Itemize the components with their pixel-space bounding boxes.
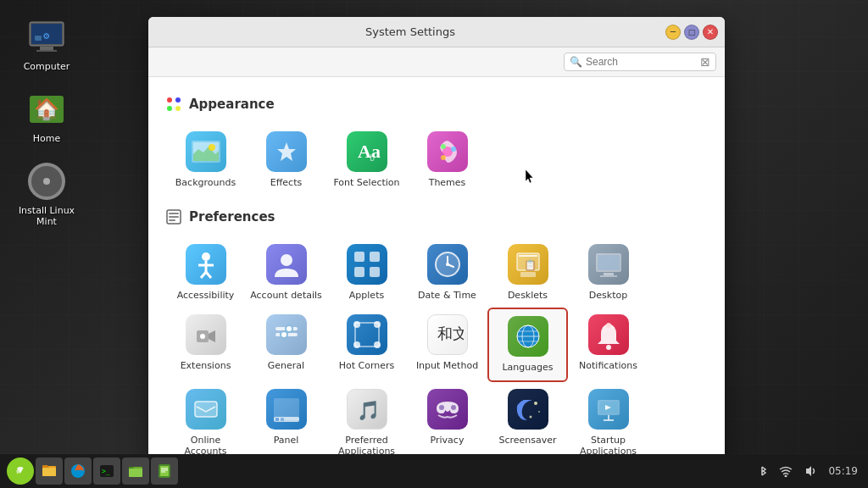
svg-rect-42 [370,252,380,262]
svg-point-72 [353,321,360,328]
setting-applets[interactable]: Applets [326,237,407,308]
svg-text:📋: 📋 [524,258,537,271]
appearance-grid: Backgrounds Effects [165,125,708,195]
close-button[interactable]: ✕ [703,25,718,40]
setting-panel[interactable]: Panel [246,382,326,463]
setting-input-method[interactable]: 和文 Input Method [407,308,487,381]
svg-point-67 [287,326,292,331]
input-method-label: Input Method [416,360,478,371]
svg-point-13 [175,97,181,103]
svg-rect-126 [42,468,56,476]
bluetooth-icon[interactable] [754,463,771,480]
hot-corners-icon [347,314,387,355]
search-input[interactable] [586,56,697,68]
setting-hot-corners[interactable]: Hot Corners [326,308,407,381]
panel-icon [266,389,307,430]
desklets-icon: 📋 [508,244,548,285]
setting-online-accounts[interactable]: Online Accounts [165,382,246,463]
preferences-section-header: Preferences [165,208,708,225]
mint-menu-button[interactable] [7,458,34,485]
search-icon: 🔍 [570,56,582,68]
svg-rect-88 [195,402,217,417]
svg-text:>_: >_ [102,468,110,475]
taskbar-terminal-button[interactable]: >_ [93,458,120,485]
desktop-icon-computer[interactable]: ⚙ Computer [17,17,76,72]
svg-rect-4 [35,36,42,41]
setting-effects[interactable]: Effects [246,125,326,195]
preferences-section-icon [165,208,182,225]
svg-text:和文: 和文 [437,324,464,342]
computer-icon: ⚙ [26,17,67,58]
panel-label: Panel [274,435,299,446]
taskbar-files-button[interactable] [36,458,63,485]
setting-general[interactable]: General [246,308,326,381]
themes-label: Themes [429,177,466,188]
svg-point-62 [200,334,205,339]
svg-point-74 [353,341,360,348]
accessibility-label: Accessibility [177,290,235,301]
svg-rect-57 [598,255,620,270]
screensaver-icon [508,389,548,430]
maximize-button[interactable]: □ [684,25,699,40]
backgrounds-icon [186,131,226,172]
volume-icon[interactable] [801,463,818,480]
setting-screensaver[interactable]: Screensaver [487,382,568,463]
desktop-label: Desktop [589,290,627,301]
desktop-icon-home[interactable]: 🏠 Home [17,89,76,144]
appearance-section-icon [165,96,182,113]
desktop-icon-install[interactable]: Install Linux Mint [17,161,76,227]
svg-rect-31 [169,219,175,221]
setting-desktop[interactable]: Desktop [568,237,648,308]
svg-point-137 [785,475,787,478]
svg-rect-44 [370,267,380,277]
setting-account-details[interactable]: Account details [246,237,326,308]
svg-point-10 [43,178,50,185]
search-bar: 🔍 ⊠ [148,47,725,77]
languages-icon [508,316,548,357]
svg-text:🎵: 🎵 [357,399,381,422]
setting-extensions[interactable]: Extensions [165,308,246,381]
input-method-icon: 和文 [427,314,468,355]
search-clear-icon[interactable]: ⊠ [700,55,710,69]
svg-point-97 [439,405,444,410]
desktop-icon-setting [588,244,629,285]
setting-backgrounds[interactable]: Backgrounds [165,125,246,195]
setting-languages[interactable]: Languages [487,308,568,381]
svg-rect-43 [354,267,364,277]
effects-icon [266,131,307,172]
svg-point-26 [451,147,456,152]
preferences-section-title: Preferences [189,209,275,225]
setting-notifications[interactable]: Notifications [568,308,648,381]
setting-desklets[interactable]: 📋 Desklets [487,237,568,308]
svg-text:b: b [370,153,375,163]
taskbar-ebook-button[interactable] [151,458,178,485]
setting-accessibility[interactable]: Accessibility [165,237,246,308]
svg-point-69 [281,332,287,337]
svg-point-14 [175,106,181,111]
setting-startup-apps[interactable]: Startup Applications [568,382,648,463]
setting-privacy[interactable]: Privacy [407,382,487,463]
account-details-icon [266,244,307,285]
minimize-button[interactable]: ─ [665,25,681,40]
general-icon [266,314,307,355]
wifi-icon[interactable] [777,463,794,480]
taskbar-firefox-button[interactable] [64,458,92,485]
search-input-wrap[interactable]: 🔍 ⊠ [564,53,716,71]
setting-themes[interactable]: Themes [407,125,487,195]
taskbar-right: 05:19 [754,463,861,480]
taskbar-nemo-button[interactable] [122,458,149,485]
svg-point-49 [446,263,449,266]
setting-preferred-apps[interactable]: 🎵 Preferred Applications [326,382,407,463]
svg-point-12 [167,106,172,111]
hot-corners-label: Hot Corners [339,360,395,371]
svg-text:⚙: ⚙ [43,31,51,41]
svg-point-33 [202,252,210,261]
preferences-grid: Accessibility Account details [165,237,708,466]
setting-date-time[interactable]: Date & Time [407,237,487,308]
setting-font-selection[interactable]: Aa b Font Selection [326,125,407,195]
themes-icon [427,131,468,172]
applets-label: Applets [349,290,384,301]
desktop: ⚙ Computer 🏠 Home [0,0,868,488]
appearance-section-header: Appearance [165,96,708,113]
window-title: System Settings [155,25,665,38]
